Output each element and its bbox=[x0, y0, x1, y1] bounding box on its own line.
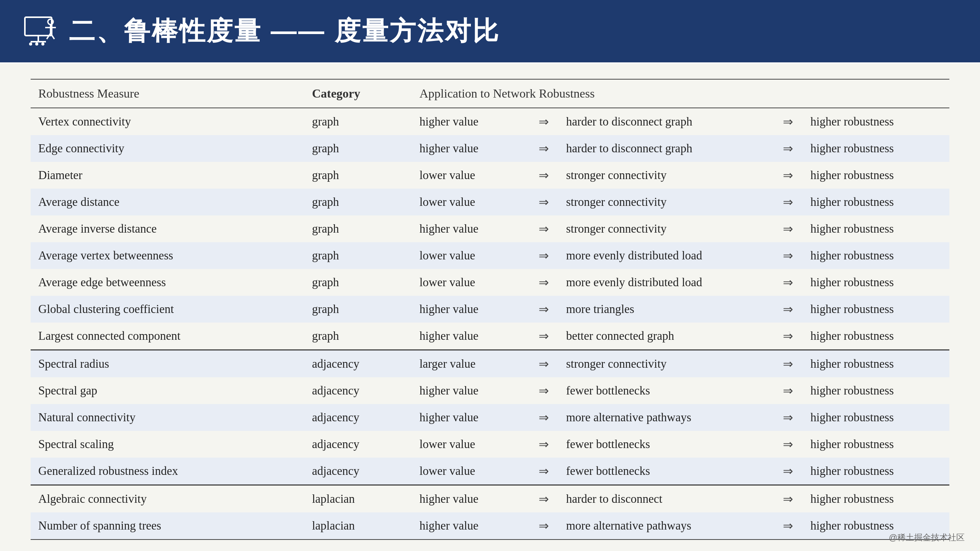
table-row: Natural connectivityadjacencyhigher valu… bbox=[31, 404, 949, 431]
result-cell: higher robustness bbox=[803, 404, 949, 431]
category-cell: adjacency bbox=[304, 377, 412, 404]
table-row: Algebraic connectivitylaplacianhigher va… bbox=[31, 486, 949, 512]
col-header-measure: Robustness Measure bbox=[31, 79, 304, 108]
table-row: Diametergraphlower value⇒stronger connec… bbox=[31, 162, 949, 189]
arrow1-cell: ⇒ bbox=[529, 269, 559, 296]
arrow1-cell: ⇒ bbox=[529, 431, 559, 458]
category-cell: graph bbox=[304, 189, 412, 215]
svg-rect-0 bbox=[25, 17, 52, 36]
result-cell: higher robustness bbox=[803, 350, 949, 377]
value-cell: higher value bbox=[412, 215, 529, 242]
arrow1-cell: ⇒ bbox=[529, 323, 559, 350]
result-cell: higher robustness bbox=[803, 135, 949, 162]
arrow2-cell: ⇒ bbox=[773, 431, 803, 458]
arrow2-cell: ⇒ bbox=[773, 296, 803, 323]
result-cell: higher robustness bbox=[803, 108, 949, 135]
arrow2-cell: ⇒ bbox=[773, 486, 803, 512]
category-cell: adjacency bbox=[304, 431, 412, 458]
effect-cell: fewer bottlenecks bbox=[559, 431, 774, 458]
value-cell: lower value bbox=[412, 269, 529, 296]
measure-cell: Natural connectivity bbox=[31, 404, 304, 431]
page-container: 二、鲁棒性度量 —— 度量方法对比 Robustness Measure Cat… bbox=[0, 0, 980, 551]
arrow1-cell: ⇒ bbox=[529, 486, 559, 512]
table-row: Global clustering coefficientgraphhigher… bbox=[31, 296, 949, 323]
result-cell: higher robustness bbox=[803, 215, 949, 242]
value-cell: lower value bbox=[412, 242, 529, 269]
category-cell: laplacian bbox=[304, 486, 412, 512]
category-cell: graph bbox=[304, 108, 412, 135]
result-cell: higher robustness bbox=[803, 242, 949, 269]
value-cell: lower value bbox=[412, 189, 529, 215]
category-cell: laplacian bbox=[304, 512, 412, 540]
arrow1-cell: ⇒ bbox=[529, 458, 559, 485]
value-cell: lower value bbox=[412, 431, 529, 458]
measure-cell: Diameter bbox=[31, 162, 304, 189]
result-cell: higher robustness bbox=[803, 377, 949, 404]
value-cell: higher value bbox=[412, 377, 529, 404]
arrow2-cell: ⇒ bbox=[773, 215, 803, 242]
header-title: 二、鲁棒性度量 —— 度量方法对比 bbox=[69, 14, 500, 49]
category-cell: graph bbox=[304, 162, 412, 189]
content-area: Robustness Measure Category Application … bbox=[0, 64, 980, 551]
result-cell: higher robustness bbox=[803, 162, 949, 189]
col-header-application: Application to Network Robustness bbox=[412, 79, 949, 108]
category-cell: adjacency bbox=[304, 350, 412, 377]
category-cell: adjacency bbox=[304, 404, 412, 431]
arrow2-cell: ⇒ bbox=[773, 458, 803, 485]
arrow1-cell: ⇒ bbox=[529, 377, 559, 404]
arrow2-cell: ⇒ bbox=[773, 162, 803, 189]
value-cell: higher value bbox=[412, 323, 529, 350]
effect-cell: stronger connectivity bbox=[559, 350, 774, 377]
svg-point-8 bbox=[29, 42, 32, 46]
measure-cell: Global clustering coefficient bbox=[31, 296, 304, 323]
measure-cell: Largest connected component bbox=[31, 323, 304, 350]
header: 二、鲁棒性度量 —— 度量方法对比 bbox=[0, 0, 980, 62]
result-cell: higher robustness bbox=[803, 323, 949, 350]
arrow1-cell: ⇒ bbox=[529, 242, 559, 269]
effect-cell: harder to disconnect bbox=[559, 486, 774, 512]
svg-point-10 bbox=[41, 42, 44, 46]
effect-cell: more alternative pathways bbox=[559, 404, 774, 431]
measure-cell: Spectral scaling bbox=[31, 431, 304, 458]
header-divider bbox=[0, 62, 980, 64]
result-cell: higher robustness bbox=[803, 189, 949, 215]
robustness-table: Robustness Measure Category Application … bbox=[31, 79, 949, 540]
measure-cell: Average distance bbox=[31, 189, 304, 215]
value-cell: higher value bbox=[412, 108, 529, 135]
arrow1-cell: ⇒ bbox=[529, 135, 559, 162]
category-cell: adjacency bbox=[304, 458, 412, 485]
arrow2-cell: ⇒ bbox=[773, 350, 803, 377]
arrow1-cell: ⇒ bbox=[529, 512, 559, 540]
measure-cell: Spectral gap bbox=[31, 377, 304, 404]
arrow2-cell: ⇒ bbox=[773, 108, 803, 135]
arrow2-cell: ⇒ bbox=[773, 404, 803, 431]
result-cell: higher robustness bbox=[803, 486, 949, 512]
table-row: Largest connected componentgraphhigher v… bbox=[31, 323, 949, 350]
effect-cell: fewer bottlenecks bbox=[559, 458, 774, 485]
value-cell: larger value bbox=[412, 350, 529, 377]
category-cell: graph bbox=[304, 215, 412, 242]
effect-cell: more evenly distributed load bbox=[559, 269, 774, 296]
effect-cell: more triangles bbox=[559, 296, 774, 323]
arrow1-cell: ⇒ bbox=[529, 404, 559, 431]
table-row: Number of spanning treeslaplacianhigher … bbox=[31, 512, 949, 540]
table-row: Average inverse distancegraphhigher valu… bbox=[31, 215, 949, 242]
category-cell: graph bbox=[304, 323, 412, 350]
arrow1-cell: ⇒ bbox=[529, 162, 559, 189]
result-cell: higher robustness bbox=[803, 431, 949, 458]
value-cell: higher value bbox=[412, 404, 529, 431]
category-cell: graph bbox=[304, 135, 412, 162]
table-row: Spectral scalingadjacencylower value⇒few… bbox=[31, 431, 949, 458]
arrow1-cell: ⇒ bbox=[529, 189, 559, 215]
presentation-icon bbox=[23, 14, 57, 49]
arrow2-cell: ⇒ bbox=[773, 512, 803, 540]
value-cell: higher value bbox=[412, 512, 529, 540]
arrow2-cell: ⇒ bbox=[773, 189, 803, 215]
measure-cell: Average edge betweenness bbox=[31, 269, 304, 296]
svg-point-9 bbox=[35, 42, 38, 46]
measure-cell: Vertex connectivity bbox=[31, 108, 304, 135]
table-row: Spectral radiusadjacencylarger value⇒str… bbox=[31, 350, 949, 377]
effect-cell: better connected graph bbox=[559, 323, 774, 350]
watermark: @稀土掘金技术社区 bbox=[889, 532, 965, 543]
measure-cell: Number of spanning trees bbox=[31, 512, 304, 540]
